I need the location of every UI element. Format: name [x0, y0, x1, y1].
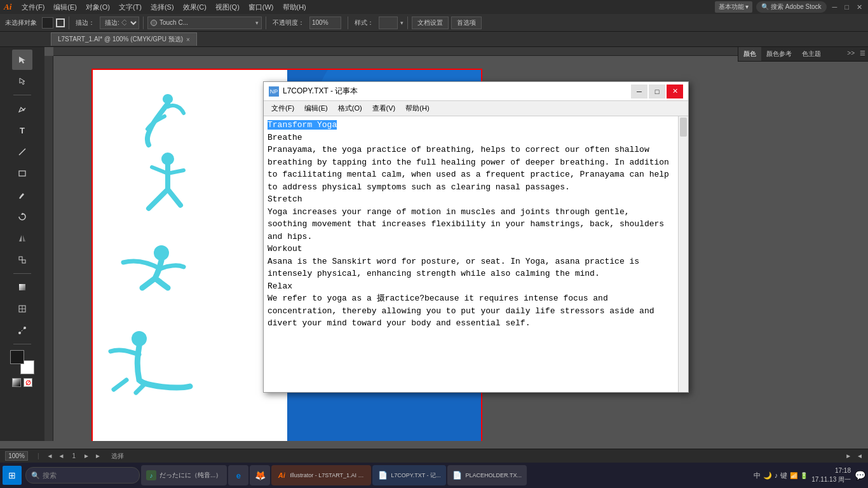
menu-window[interactable]: 窗口(W): [245, 1, 278, 13]
style-preview[interactable]: [379, 17, 398, 29]
document-tab[interactable]: L7START_1.AI* @ 100% (CMYK/GPU 预选) ×: [51, 32, 197, 46]
menu-object[interactable]: 对象(O): [82, 1, 114, 13]
status-bar: | ◄ ◄ 1 ► ► 选择 ► ◄: [0, 449, 868, 463]
menu-text[interactable]: 文字(T): [115, 1, 146, 13]
preferences-btn[interactable]: 首选项: [451, 17, 482, 29]
restore-ai[interactable]: □: [843, 3, 851, 11]
status-mode: 选择: [111, 452, 124, 461]
menu-file[interactable]: 文件(F): [18, 1, 48, 13]
network-icon[interactable]: 📶: [790, 472, 797, 479]
taskbar-app-firefox[interactable]: 🦊: [250, 465, 270, 485]
notepad-menu-edit[interactable]: 编辑(E): [301, 102, 332, 114]
touch-dropdown-icon[interactable]: ▾: [255, 20, 259, 26]
close-ai[interactable]: ✕: [855, 3, 864, 11]
line-tool[interactable]: [12, 142, 32, 162]
menu-help[interactable]: 帮助(H): [279, 1, 310, 13]
kbd-icon[interactable]: 键: [780, 471, 787, 480]
taskbar-app-edge[interactable]: e: [228, 465, 248, 485]
notepad-window: NP L7COPY.TXT - 记事本 ─ □ ✕ 文件(F) 编辑(E) 格式…: [263, 81, 689, 393]
canvas-area: Num doloreetum ven esequam ver suscipist…: [44, 47, 868, 441]
music-app-icon: ♪: [146, 470, 156, 480]
svg-rect-3: [19, 171, 25, 176]
notepad-title: L7COPY.TXT - 记事本: [283, 86, 631, 97]
basic-functions-btn[interactable]: 基本功能 ▾: [715, 1, 753, 13]
menu-effect[interactable]: 效果(C): [179, 1, 210, 13]
page-next-btn[interactable]: ►: [83, 452, 90, 459]
notepad2-icon: 📄: [452, 470, 463, 480]
stroke-weight-select[interactable]: 描边: ◇: [100, 17, 139, 29]
taskbar-app-notepad2[interactable]: 📄 PLACEHOLDER.TX...: [447, 465, 527, 485]
notepad-close-btn[interactable]: ✕: [667, 85, 683, 98]
foreground-swatch[interactable]: [10, 350, 24, 364]
touch-field: Touch C... ▾: [147, 17, 262, 29]
svg-rect-5: [19, 257, 22, 260]
opacity-input[interactable]: [309, 17, 341, 29]
rect-tool[interactable]: [12, 163, 32, 184]
notepad-restore-btn[interactable]: □: [649, 85, 665, 98]
battery-icon[interactable]: 🔋: [800, 472, 808, 479]
direct-selection-tool[interactable]: [12, 71, 32, 92]
ai-logo: Ai: [4, 2, 11, 12]
notepad-scrollbar[interactable]: [678, 116, 688, 392]
page-last-btn[interactable]: ►: [95, 452, 101, 459]
notepad-body-text: Breathe Pranayama, the yoga practice of …: [268, 133, 669, 329]
moon-icon[interactable]: 🌙: [763, 471, 772, 480]
menu-select[interactable]: 选择(S): [147, 1, 178, 13]
doc-settings-btn[interactable]: 文档设置: [412, 17, 449, 29]
doc-tab-close[interactable]: ×: [186, 36, 190, 43]
notepad-menu-view[interactable]: 查看(V): [369, 102, 400, 114]
taskbar-clock[interactable]: 17:18 17.11.13 周一: [811, 466, 851, 484]
type-tool[interactable]: T: [12, 120, 32, 140]
fill-swatch[interactable]: [42, 17, 53, 29]
page-first-btn[interactable]: ◄: [58, 452, 65, 459]
taskbar-app-notepad1[interactable]: 📄 L7COPY.TXT - 记...: [372, 465, 445, 485]
zoom-input[interactable]: [5, 451, 28, 461]
pen-tool[interactable]: [12, 98, 32, 119]
color-tab-theme[interactable]: 色主题: [797, 47, 826, 61]
taskbar-search[interactable]: 🔍 搜索: [25, 467, 140, 484]
gradient-swatch[interactable]: [12, 378, 21, 387]
notepad-minimize-btn[interactable]: ─: [631, 85, 648, 98]
status-arrow-right[interactable]: ►: [845, 452, 851, 459]
stroke-swatch[interactable]: [56, 18, 65, 27]
mesh-tool[interactable]: [12, 299, 32, 319]
menu-view[interactable]: 视图(Q): [212, 1, 243, 13]
color-tab-color[interactable]: 颜色: [738, 47, 761, 61]
taskbar-app-illustrator[interactable]: Ai Illustrator - L7START_1.AI @...: [271, 465, 371, 485]
status-arrow-left[interactable]: ◄: [857, 452, 863, 459]
color-tab-reference[interactable]: 颜色参考: [761, 47, 797, 61]
stock-search[interactable]: 🔍 搜索 Adobe Stock: [756, 1, 826, 13]
notification-icon[interactable]: 💬: [855, 470, 865, 480]
color-panel-menu[interactable]: ☰: [857, 47, 868, 61]
notepad-menu-format[interactable]: 格式(O): [334, 102, 366, 114]
taskbar-start-btn[interactable]: ⊞: [3, 466, 22, 485]
notepad-body: Transform Yoga Breathe Pranayama, the yo…: [264, 116, 688, 392]
color-panel-expand[interactable]: >>: [844, 47, 857, 61]
taskbar-app-music[interactable]: ♪ だったにに（纯音...）: [141, 465, 227, 485]
notepad-menu-help[interactable]: 帮助(H): [402, 102, 433, 114]
sound-icon[interactable]: ♪: [775, 471, 778, 479]
svg-rect-7: [19, 284, 25, 290]
notepad-menubar: 文件(F) 编辑(E) 格式(O) 查看(V) 帮助(H): [264, 101, 688, 116]
color-panel-tabs: 颜色 颜色参考 色主题 >> ☰: [738, 47, 868, 62]
menu-edit[interactable]: 编辑(E): [50, 1, 81, 13]
notepad-content[interactable]: Transform Yoga Breathe Pranayama, the yo…: [264, 116, 678, 392]
mirror-tool[interactable]: [12, 228, 32, 248]
none-swatch[interactable]: ∅: [24, 378, 32, 387]
scale-tool[interactable]: [12, 250, 32, 270]
page-prev-btn[interactable]: ◄: [47, 452, 53, 459]
notepad-menu-file[interactable]: 文件(F): [268, 102, 298, 114]
lang-icon[interactable]: 中: [754, 471, 761, 480]
top-menu-bar: Ai 文件(F) 编辑(E) 对象(O) 文字(T) 选择(S) 效果(C) 视…: [0, 0, 868, 14]
svg-rect-6: [22, 260, 25, 263]
color-swatches[interactable]: [10, 350, 34, 374]
selection-tool[interactable]: [12, 50, 32, 70]
blend-tool[interactable]: [12, 320, 32, 341]
brush-tool[interactable]: [12, 185, 32, 205]
style-dropdown[interactable]: ▾: [400, 20, 403, 26]
rotate-tool[interactable]: [12, 207, 32, 227]
minimize-ai[interactable]: ─: [831, 3, 839, 11]
canvas-viewport[interactable]: Num doloreetum ven esequam ver suscipist…: [53, 56, 868, 441]
gradient-tool[interactable]: [12, 277, 32, 297]
top-right-controls: 基本功能 ▾ 🔍 搜索 Adobe Stock ─ □ ✕: [715, 1, 865, 13]
